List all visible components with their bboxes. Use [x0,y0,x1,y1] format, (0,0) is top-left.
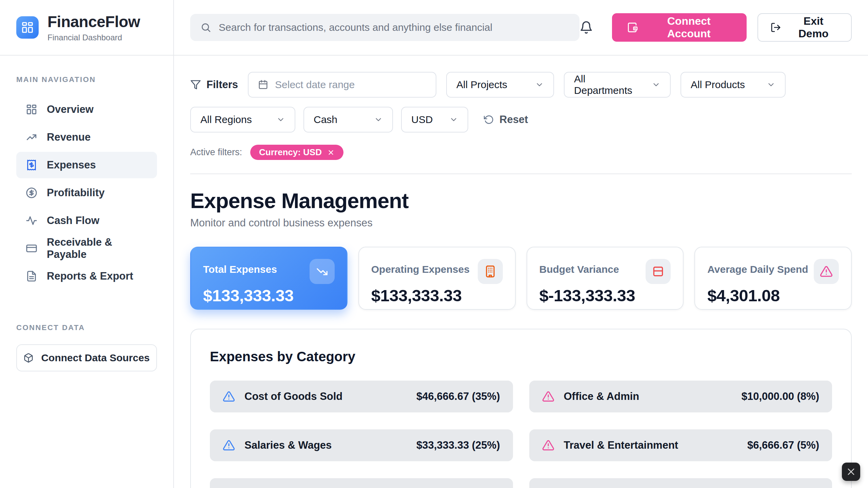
regions-dropdown[interactable]: All Regions [190,107,295,133]
alert-triangle-icon [542,439,554,451]
projects-dropdown[interactable]: All Projects [446,72,554,98]
projects-dropdown-value: All Projects [456,79,507,90]
sidebar-item-revenue[interactable]: Revenue [16,124,157,150]
app-root: FinanceFlow Financial Dashboard MAIN NAV… [0,0,868,488]
departments-dropdown-value: All Departments [574,73,644,96]
brand-tagline: Financial Dashboard [47,33,140,42]
stat-label: Budget Variance [539,259,619,275]
close-overlay-button[interactable] [842,463,860,481]
stat-value: $4,301.08 [707,286,839,305]
reset-filters-button[interactable]: Reset [484,114,528,126]
dashboard-grid-icon [26,104,37,115]
main-column: Connect Account Exit Demo Filters Select… [174,0,868,488]
section-divider [190,174,852,174]
content-area: Filters Select date range All Projects A… [174,56,868,488]
stat-cards-row: Total Expenses $133,333.33 Operating Exp… [190,247,852,310]
dollar-circle-icon [26,187,37,199]
brand-block: FinanceFlow Financial Dashboard [0,0,173,56]
sidebar-item-label: Profitability [47,187,105,199]
currency-dropdown[interactable]: USD [401,107,468,133]
logout-icon [770,22,781,33]
sidebar-item-receivable-payable[interactable]: Receivable & Payable [16,235,157,262]
stat-label: Average Daily Spend [707,259,808,275]
active-filters-label: Active filters: [190,147,242,158]
category-row-cost-of-goods-sold: Cost of Goods Sold $46,666.67 (35%) [210,381,513,412]
sidebar-item-label: Revenue [47,131,91,143]
filters-row-2: All Regions Cash USD Reset [190,107,852,133]
credit-card-icon [646,259,671,284]
products-dropdown[interactable]: All Products [680,72,786,98]
chevron-down-icon [535,80,544,89]
stat-card-total-expenses[interactable]: Total Expenses $133,333.33 [190,247,348,310]
alert-triangle-icon [223,439,235,451]
reset-label: Reset [499,114,528,126]
stat-value: $133,333.33 [371,286,503,305]
receipt-icon [26,159,37,171]
category-row-professional-services: Professional Services $3,333.33 (3%) [529,478,832,488]
chip-close-icon[interactable] [327,149,335,156]
search-icon [200,22,211,33]
activity-icon [26,215,37,226]
finance-flow-logo-icon [16,16,39,39]
expenses-by-category-card: Expenses by Category Cost of Goods Sold … [190,329,852,488]
main-navigation: MAIN NAVIGATION Overview Revenue Expense… [0,56,173,291]
stat-value: $133,333.33 [203,286,335,305]
stat-card-budget-variance[interactable]: Budget Variance $-133,333.33 [527,247,684,310]
connect-data-section: CONNECT DATA Connect Data Sources [0,291,173,371]
file-text-icon [26,270,37,282]
chevron-down-icon [276,115,285,124]
stat-card-average-daily-spend[interactable]: Average Daily Spend $4,301.08 [694,247,852,310]
stat-label: Operating Expenses [371,259,470,275]
connect-data-sources-button[interactable]: Connect Data Sources [16,344,157,371]
currency-dropdown-value: USD [411,114,433,125]
departments-dropdown[interactable]: All Departments [564,72,671,98]
sidebar-item-cash-flow[interactable]: Cash Flow [16,207,157,234]
payment-method-dropdown[interactable]: Cash [303,107,393,133]
cube-icon [23,353,34,363]
filter-chip-label: Currency: USD [259,147,322,158]
trending-down-icon [310,259,335,284]
sidebar-item-expenses[interactable]: Expenses [16,152,157,178]
close-icon [846,467,856,476]
chevron-down-icon [374,115,383,124]
connect-account-label: Connect Account [646,15,732,40]
filters-label: Filters [206,79,238,91]
category-name: Office & Admin [564,390,732,403]
date-range-placeholder: Select date range [275,79,355,90]
sidebar-item-label: Reports & Export [47,270,133,282]
notifications-button[interactable] [579,21,593,34]
sidebar-item-reports-export[interactable]: Reports & Export [16,263,157,289]
category-value: $46,666.67 (35%) [416,390,500,403]
filters-row-1: Filters Select date range All Projects A… [190,72,852,98]
sidebar-item-label: Receivable & Payable [47,236,147,261]
exit-demo-label: Exit Demo [788,15,839,40]
alert-triangle-icon [542,390,554,403]
search-input[interactable] [219,22,569,33]
brand-text: FinanceFlow Financial Dashboard [47,13,140,42]
sidebar-item-label: Cash Flow [47,215,99,227]
exit-demo-button[interactable]: Exit Demo [757,13,852,42]
connect-data-sources-label: Connect Data Sources [41,352,150,364]
regions-dropdown-value: All Regions [200,114,252,125]
category-row-salaries-wages: Salaries & Wages $33,333.33 (25%) [210,429,513,461]
nav-section-label: MAIN NAVIGATION [16,75,157,84]
chevron-down-icon [652,80,660,89]
filters-title: Filters [190,79,238,91]
expenses-by-category-title: Expenses by Category [210,349,832,364]
connect-account-button[interactable]: Connect Account [612,13,747,42]
chevron-down-icon [449,115,458,124]
bell-icon [579,21,593,34]
date-range-picker[interactable]: Select date range [248,72,436,98]
stat-card-operating-expenses[interactable]: Operating Expenses $133,333.33 [358,247,516,310]
stat-label: Total Expenses [203,259,277,275]
calendar-icon [258,80,268,90]
category-row-office-admin: Office & Admin $10,000.00 (8%) [529,381,832,412]
sidebar-item-profitability[interactable]: Profitability [16,180,157,206]
filter-chip-currency-usd[interactable]: Currency: USD [250,145,343,160]
category-value: $6,666.67 (5%) [747,439,819,451]
page-title: Expense Management [190,188,852,213]
global-search[interactable] [190,14,579,41]
sidebar-item-overview[interactable]: Overview [16,96,157,123]
sidebar: FinanceFlow Financial Dashboard MAIN NAV… [0,0,174,488]
credit-card-icon [26,243,37,254]
